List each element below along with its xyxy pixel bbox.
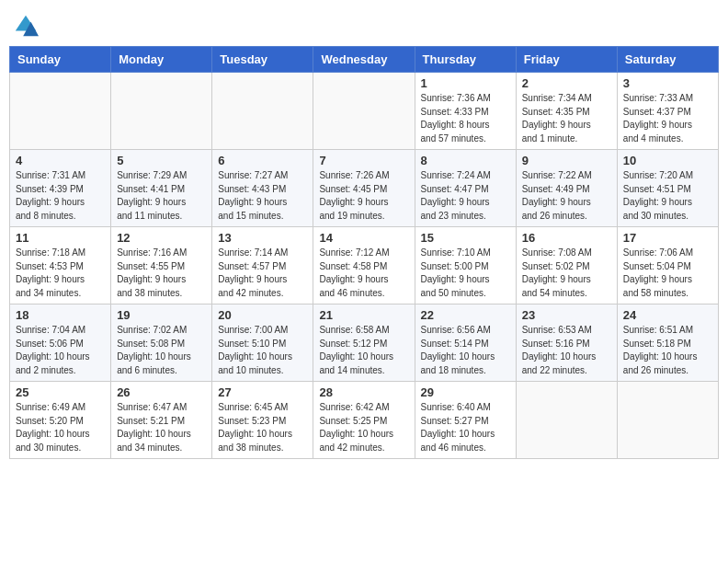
calendar-cell: 4Sunrise: 7:31 AMSunset: 4:39 PMDaylight… [10, 150, 111, 227]
day-info: Sunrise: 7:02 AMSunset: 5:08 PMDaylight:… [117, 324, 206, 377]
calendar-cell: 22Sunrise: 6:56 AMSunset: 5:14 PMDayligh… [415, 304, 516, 382]
day-info: Sunrise: 7:26 AMSunset: 4:45 PMDaylight:… [319, 169, 408, 223]
day-number: 21 [319, 308, 408, 322]
column-header-wednesday: Wednesday [313, 47, 415, 73]
day-info: Sunrise: 7:18 AMSunset: 4:53 PMDaylight:… [16, 247, 105, 300]
calendar-cell: 23Sunrise: 6:53 AMSunset: 5:16 PMDayligh… [516, 304, 617, 382]
day-info: Sunrise: 7:10 AMSunset: 5:00 PMDaylight:… [421, 247, 510, 300]
column-header-sunday: Sunday [10, 47, 111, 73]
calendar-cell: 3Sunrise: 7:33 AMSunset: 4:37 PMDaylight… [617, 73, 718, 150]
day-info: Sunrise: 6:40 AMSunset: 5:27 PMDaylight:… [421, 401, 510, 454]
day-number: 16 [522, 231, 611, 245]
calendar-cell: 25Sunrise: 6:49 AMSunset: 5:20 PMDayligh… [10, 382, 111, 459]
day-info: Sunrise: 7:08 AMSunset: 5:02 PMDaylight:… [522, 247, 611, 300]
day-info: Sunrise: 6:45 AMSunset: 5:23 PMDaylight:… [218, 401, 307, 454]
week-row-5: 25Sunrise: 6:49 AMSunset: 5:20 PMDayligh… [10, 382, 719, 459]
logo [13, 13, 40, 39]
day-info: Sunrise: 7:00 AMSunset: 5:10 PMDaylight:… [218, 324, 307, 377]
day-number: 2 [522, 76, 611, 90]
day-number: 26 [117, 385, 206, 399]
day-number: 10 [623, 154, 712, 167]
column-header-monday: Monday [111, 47, 212, 73]
column-header-thursday: Thursday [415, 47, 516, 73]
calendar-cell [313, 73, 415, 150]
calendar-cell [617, 382, 718, 459]
calendar-cell: 17Sunrise: 7:06 AMSunset: 5:04 PMDayligh… [617, 227, 718, 304]
day-number: 17 [623, 231, 712, 245]
column-header-friday: Friday [516, 47, 617, 73]
day-info: Sunrise: 7:27 AMSunset: 4:43 PMDaylight:… [218, 169, 307, 223]
day-number: 1 [421, 76, 510, 90]
calendar-cell: 10Sunrise: 7:20 AMSunset: 4:51 PMDayligh… [617, 150, 718, 227]
day-number: 29 [421, 385, 510, 399]
calendar-cell: 12Sunrise: 7:16 AMSunset: 4:55 PMDayligh… [111, 227, 212, 304]
calendar-cell [516, 382, 617, 459]
day-info: Sunrise: 7:31 AMSunset: 4:39 PMDaylight:… [16, 169, 105, 223]
day-info: Sunrise: 6:49 AMSunset: 5:20 PMDaylight:… [16, 401, 105, 454]
calendar-cell: 7Sunrise: 7:26 AMSunset: 4:45 PMDaylight… [313, 150, 415, 227]
calendar-cell: 6Sunrise: 7:27 AMSunset: 4:43 PMDaylight… [212, 150, 313, 227]
week-row-3: 11Sunrise: 7:18 AMSunset: 4:53 PMDayligh… [10, 227, 719, 304]
day-number: 12 [117, 231, 206, 245]
calendar-cell: 20Sunrise: 7:00 AMSunset: 5:10 PMDayligh… [212, 304, 313, 382]
logo-icon [13, 13, 39, 39]
day-number: 28 [319, 385, 408, 399]
day-info: Sunrise: 7:20 AMSunset: 4:51 PMDaylight:… [623, 169, 712, 223]
day-number: 6 [218, 154, 307, 167]
day-info: Sunrise: 6:56 AMSunset: 5:14 PMDaylight:… [421, 324, 510, 377]
day-info: Sunrise: 7:24 AMSunset: 4:47 PMDaylight:… [421, 169, 510, 223]
day-info: Sunrise: 6:51 AMSunset: 5:18 PMDaylight:… [623, 324, 712, 377]
calendar-cell [10, 73, 111, 150]
calendar-cell: 21Sunrise: 6:58 AMSunset: 5:12 PMDayligh… [313, 304, 415, 382]
day-number: 18 [16, 308, 105, 322]
day-number: 22 [421, 308, 510, 322]
calendar-cell: 29Sunrise: 6:40 AMSunset: 5:27 PMDayligh… [415, 382, 516, 459]
day-number: 15 [421, 231, 510, 245]
day-number: 23 [522, 308, 611, 322]
calendar-cell: 11Sunrise: 7:18 AMSunset: 4:53 PMDayligh… [10, 227, 111, 304]
header [9, 9, 719, 39]
week-row-2: 4Sunrise: 7:31 AMSunset: 4:39 PMDaylight… [10, 150, 719, 227]
calendar-cell: 14Sunrise: 7:12 AMSunset: 4:58 PMDayligh… [313, 227, 415, 304]
week-row-1: 1Sunrise: 7:36 AMSunset: 4:33 PMDaylight… [10, 73, 719, 150]
day-number: 4 [16, 154, 105, 167]
day-info: Sunrise: 7:04 AMSunset: 5:06 PMDaylight:… [16, 324, 105, 377]
day-info: Sunrise: 6:47 AMSunset: 5:21 PMDaylight:… [117, 401, 206, 454]
day-number: 14 [319, 231, 408, 245]
calendar-cell: 18Sunrise: 7:04 AMSunset: 5:06 PMDayligh… [10, 304, 111, 382]
calendar-cell: 9Sunrise: 7:22 AMSunset: 4:49 PMDaylight… [516, 150, 617, 227]
day-number: 5 [117, 154, 206, 167]
day-number: 13 [218, 231, 307, 245]
day-info: Sunrise: 6:53 AMSunset: 5:16 PMDaylight:… [522, 324, 611, 377]
day-number: 27 [218, 385, 307, 399]
day-info: Sunrise: 7:29 AMSunset: 4:41 PMDaylight:… [117, 169, 206, 223]
calendar-cell: 1Sunrise: 7:36 AMSunset: 4:33 PMDaylight… [415, 73, 516, 150]
calendar-cell: 19Sunrise: 7:02 AMSunset: 5:08 PMDayligh… [111, 304, 212, 382]
day-info: Sunrise: 6:42 AMSunset: 5:25 PMDaylight:… [319, 401, 408, 454]
calendar-cell: 15Sunrise: 7:10 AMSunset: 5:00 PMDayligh… [415, 227, 516, 304]
day-info: Sunrise: 6:58 AMSunset: 5:12 PMDaylight:… [319, 324, 408, 377]
calendar-cell [111, 73, 212, 150]
day-info: Sunrise: 7:22 AMSunset: 4:49 PMDaylight:… [522, 169, 611, 223]
calendar-table: SundayMondayTuesdayWednesdayThursdayFrid… [9, 46, 719, 459]
day-info: Sunrise: 7:06 AMSunset: 5:04 PMDaylight:… [623, 247, 712, 300]
day-info: Sunrise: 7:33 AMSunset: 4:37 PMDaylight:… [623, 92, 712, 145]
day-number: 8 [421, 154, 510, 167]
day-info: Sunrise: 7:12 AMSunset: 4:58 PMDaylight:… [319, 247, 408, 300]
column-header-tuesday: Tuesday [212, 47, 313, 73]
day-number: 25 [16, 385, 105, 399]
calendar-cell [212, 73, 313, 150]
calendar-cell: 2Sunrise: 7:34 AMSunset: 4:35 PMDaylight… [516, 73, 617, 150]
calendar-cell: 5Sunrise: 7:29 AMSunset: 4:41 PMDaylight… [111, 150, 212, 227]
day-number: 11 [16, 231, 105, 245]
day-info: Sunrise: 7:36 AMSunset: 4:33 PMDaylight:… [421, 92, 510, 145]
calendar-cell: 13Sunrise: 7:14 AMSunset: 4:57 PMDayligh… [212, 227, 313, 304]
calendar-cell: 8Sunrise: 7:24 AMSunset: 4:47 PMDaylight… [415, 150, 516, 227]
day-number: 19 [117, 308, 206, 322]
calendar-cell: 26Sunrise: 6:47 AMSunset: 5:21 PMDayligh… [111, 382, 212, 459]
calendar-cell: 16Sunrise: 7:08 AMSunset: 5:02 PMDayligh… [516, 227, 617, 304]
day-number: 9 [522, 154, 611, 167]
calendar-cell: 28Sunrise: 6:42 AMSunset: 5:25 PMDayligh… [313, 382, 415, 459]
week-row-4: 18Sunrise: 7:04 AMSunset: 5:06 PMDayligh… [10, 304, 719, 382]
day-info: Sunrise: 7:16 AMSunset: 4:55 PMDaylight:… [117, 247, 206, 300]
